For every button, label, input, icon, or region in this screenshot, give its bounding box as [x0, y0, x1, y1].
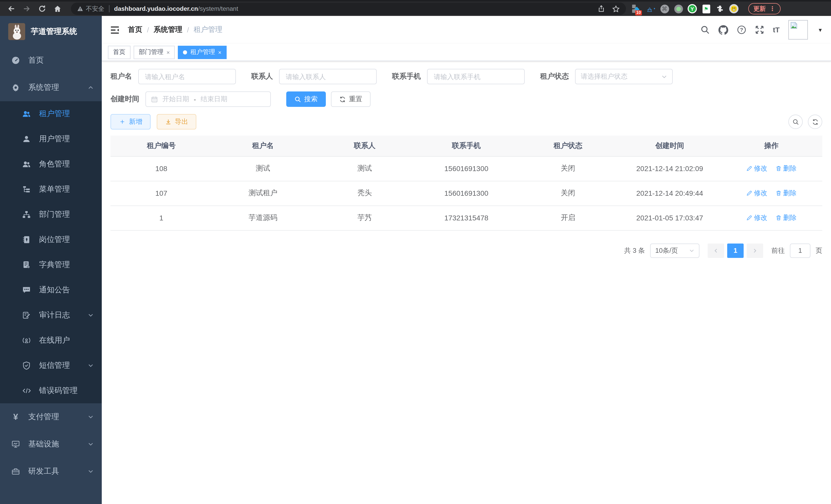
page-1-button[interactable]: 1: [727, 243, 744, 258]
sidebar-item-label: 菜单管理: [39, 184, 70, 194]
help-icon[interactable]: ?: [737, 25, 746, 34]
extensions-puzzle-icon[interactable]: [715, 4, 725, 13]
trash-icon: [775, 215, 782, 221]
sidebar-item-post[interactable]: 岗位管理: [0, 227, 102, 252]
extension-icon[interactable]: ⌘: [660, 4, 669, 13]
bookmark-star-icon[interactable]: [612, 5, 620, 12]
browser-reload-icon[interactable]: [36, 3, 48, 15]
breadcrumb-system[interactable]: 系统管理: [154, 25, 182, 34]
security-chip[interactable]: 不安全: [77, 4, 104, 13]
extension-icon[interactable]: [674, 4, 683, 13]
tags-view-bar: 首页 部门管理 × 租户管理 ×: [102, 44, 831, 61]
table-row: 107 测试租户 秃头 15601691300 关闭 2021-12-14 20…: [111, 181, 822, 206]
sidebar-item-online[interactable]: 在线用户: [0, 328, 102, 353]
extension-icon[interactable]: ⚑: [701, 4, 711, 13]
screen: 不安全 dashboard.yudao.iocoder.cn/system/te…: [0, 0, 831, 504]
column-header: 租户状态: [517, 136, 619, 156]
sidebar-item-dept[interactable]: 部门管理: [0, 202, 102, 227]
share-icon[interactable]: [598, 5, 605, 12]
status-text: 关闭: [517, 181, 619, 206]
calendar-icon: [151, 96, 158, 102]
export-button[interactable]: 导出: [157, 114, 196, 129]
reset-button[interactable]: 重置: [331, 91, 371, 107]
goto-label: 前往: [771, 246, 785, 255]
fullscreen-icon[interactable]: [755, 25, 764, 34]
extensions-area: ◆ 10 🜁 ⌘ Y ⚑ 更新 ⋮: [632, 3, 781, 14]
search-button[interactable]: 搜索: [286, 91, 326, 107]
sitemap-icon: [22, 210, 31, 219]
avatar[interactable]: [789, 20, 808, 39]
tenant-name-input[interactable]: [138, 69, 236, 84]
delete-button[interactable]: 删除: [775, 188, 797, 198]
close-icon[interactable]: ×: [218, 49, 222, 55]
browser-home-icon[interactable]: [51, 3, 64, 15]
close-icon[interactable]: ×: [167, 49, 170, 55]
extension-icon[interactable]: 🜁: [646, 4, 655, 13]
edit-button[interactable]: 修改: [746, 213, 767, 223]
badge-icon: [22, 235, 31, 244]
breadcrumb-home[interactable]: 首页: [128, 25, 142, 34]
search-icon[interactable]: [700, 25, 710, 34]
browser-back-icon[interactable]: [5, 3, 18, 15]
extension-badge: 10: [635, 10, 642, 16]
sidebar-item-pay[interactable]: ¥ 支付管理: [0, 403, 102, 431]
sidebar-item-label: 在线用户: [39, 335, 70, 345]
tenant-name-label: 租户名: [111, 72, 132, 81]
goto-page-input[interactable]: [790, 243, 810, 258]
edit-icon: [746, 215, 752, 221]
status-select[interactable]: 请选择租户状态: [575, 69, 673, 84]
add-button[interactable]: ＋ 新增: [111, 114, 150, 129]
sidebar-item-menu[interactable]: 菜单管理: [0, 177, 102, 202]
tab-tenant[interactable]: 租户管理 ×: [178, 46, 227, 59]
edit-button[interactable]: 修改: [746, 188, 767, 198]
plus-icon: ＋: [119, 117, 126, 126]
phone-input[interactable]: [427, 69, 525, 84]
tab-home[interactable]: 首页: [108, 46, 131, 59]
breadcrumb-current: 租户管理: [194, 25, 223, 34]
sidebar-item-tenant[interactable]: 租户管理: [0, 101, 102, 126]
tab-label: 租户管理: [191, 48, 215, 57]
prev-page-button[interactable]: [708, 243, 724, 258]
sidebar-item-label: 角色管理: [39, 159, 70, 169]
sidebar-item-label: 审计日志: [39, 310, 70, 320]
browser-forward-icon[interactable]: [21, 3, 33, 15]
security-label: 不安全: [86, 4, 104, 13]
extension-icon[interactable]: ◆ 10: [632, 4, 641, 13]
sidebar-item-tool[interactable]: 研发工具: [0, 458, 102, 485]
sidebar-item-dict[interactable]: 字典管理: [0, 252, 102, 277]
sidebar-item-system[interactable]: 系统管理: [0, 74, 102, 101]
date-range-picker[interactable]: 开始日期 - 结束日期: [145, 91, 271, 107]
edit-icon: [746, 166, 752, 172]
page-size-select[interactable]: 10条/页: [650, 243, 699, 258]
menu-fold-icon[interactable]: [110, 25, 120, 35]
active-dot: [183, 50, 187, 54]
next-page-button[interactable]: [747, 243, 763, 258]
github-icon[interactable]: [718, 25, 728, 35]
tab-dept[interactable]: 部门管理 ×: [134, 46, 175, 59]
address-bar[interactable]: 不安全 dashboard.yudao.iocoder.cn/system/te…: [71, 3, 626, 15]
browser-update-button[interactable]: 更新 ⋮: [748, 3, 781, 14]
delete-button[interactable]: 删除: [775, 164, 797, 173]
breadcrumb: 首页 / 系统管理 / 租户管理: [128, 25, 223, 34]
caret-down-icon[interactable]: ▼: [818, 27, 823, 33]
refresh-button[interactable]: [808, 115, 822, 129]
sidebar-item-user[interactable]: 用户管理: [0, 126, 102, 152]
sidebar-logo[interactable]: 芋道管理系统: [0, 16, 102, 47]
browser-menu-icon[interactable]: ⋮: [769, 5, 775, 12]
sidebar-item-sms[interactable]: 短信管理: [0, 353, 102, 378]
edit-button[interactable]: 修改: [746, 164, 767, 173]
sidebar-item-role[interactable]: 角色管理: [0, 152, 102, 177]
contact-input[interactable]: [279, 69, 377, 84]
sidebar-item-notice[interactable]: 通知公告: [0, 277, 102, 303]
extension-icon[interactable]: Y: [688, 4, 697, 13]
sidebar-item-errcode[interactable]: 错误码管理: [0, 378, 102, 403]
toggle-search-button[interactable]: [789, 115, 803, 129]
status-text: 开启: [517, 206, 619, 230]
tab-label: 部门管理: [139, 48, 164, 57]
sidebar-item-audit[interactable]: 审计日志: [0, 303, 102, 328]
delete-button[interactable]: 删除: [775, 213, 797, 223]
sidebar-item-infra[interactable]: 基础设施: [0, 431, 102, 458]
sidebar-item-home[interactable]: 首页: [0, 47, 102, 74]
font-size-icon[interactable]: tT: [773, 26, 780, 34]
profile-avatar-icon[interactable]: [729, 4, 739, 13]
